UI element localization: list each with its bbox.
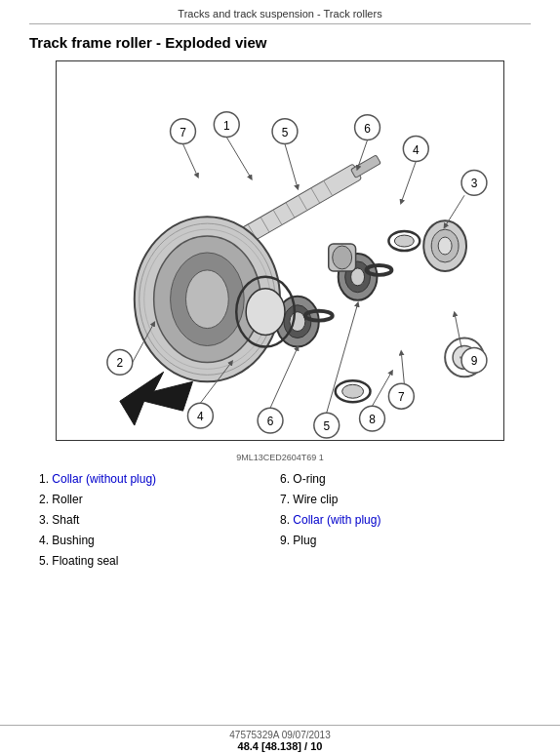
part-number: 7. [280, 493, 290, 506]
list-item: 6. O-ring [280, 470, 521, 488]
part-name: Bushing [52, 534, 94, 547]
svg-text:4: 4 [413, 143, 420, 157]
svg-text:2: 2 [117, 356, 124, 370]
list-item: 8. Collar (with plug) [280, 511, 521, 529]
part-number: 5. [39, 554, 49, 568]
part-name: Collar (with plug) [293, 513, 380, 527]
part-number: 9. [280, 534, 290, 547]
part-number: 4. [39, 534, 49, 547]
page-header: Tracks and track suspension - Track roll… [29, 0, 531, 24]
diagram-caption: 9ML13CED2604T69 1 [29, 453, 531, 462]
parts-right-column: 6. O-ring 7. Wire clip 8. Collar (with p… [280, 470, 521, 573]
part-number: 2. [39, 493, 49, 506]
part-name: Shaft [52, 513, 79, 527]
part-number: 1. [39, 472, 49, 486]
list-item: 7. Wire clip [280, 491, 521, 508]
svg-point-14 [185, 270, 228, 329]
part-number: 3. [39, 513, 49, 527]
part-name: Collar (without plug) [52, 472, 156, 486]
part-name: Floating seal [52, 554, 118, 568]
svg-text:6: 6 [267, 415, 274, 428]
svg-text:7: 7 [180, 126, 186, 139]
footer-page-number: 48.4 [48.138] / 10 [0, 740, 560, 752]
svg-point-33 [438, 237, 452, 255]
part-name: Wire clip [293, 493, 338, 506]
part-name: O-ring [293, 472, 325, 486]
list-item: 1. Collar (without plug) [39, 470, 280, 488]
svg-point-28 [333, 246, 352, 269]
header-title: Tracks and track suspension - Track roll… [178, 8, 381, 20]
part-number: 8. [280, 513, 290, 527]
svg-text:6: 6 [364, 122, 371, 136]
svg-text:4: 4 [197, 410, 204, 423]
parts-left-column: 1. Collar (without plug) 2. Roller 3. Sh… [39, 470, 280, 573]
part-name: Roller [52, 493, 82, 506]
svg-text:5: 5 [282, 126, 289, 139]
svg-text:3: 3 [471, 177, 478, 190]
exploded-view-svg: 7 1 5 6 4 3 2 4 6 [57, 61, 503, 440]
diagram-box: 7 1 5 6 4 3 2 4 6 [56, 60, 504, 441]
list-item: 3. Shaft [39, 511, 280, 529]
svg-text:7: 7 [398, 390, 405, 404]
svg-text:9: 9 [471, 354, 478, 368]
parts-list: 1. Collar (without plug) 2. Roller 3. Sh… [29, 470, 531, 573]
svg-point-26 [246, 289, 285, 336]
svg-point-39 [342, 384, 364, 398]
footer-doc-number: 47575329A 09/07/2013 [0, 730, 560, 740]
svg-text:5: 5 [323, 419, 330, 433]
list-item: 5. Floating seal [39, 552, 280, 570]
list-item: 9. Plug [280, 532, 521, 549]
section-title: Track frame roller - Exploded view [29, 34, 531, 51]
part-name: Plug [293, 534, 316, 547]
svg-text:1: 1 [223, 119, 230, 133]
page-footer: 47575329A 09/07/2013 48.4 [48.138] / 10 [0, 725, 560, 754]
svg-text:8: 8 [369, 413, 376, 426]
svg-point-30 [394, 235, 414, 247]
page-container: Tracks and track suspension - Track roll… [0, 0, 560, 754]
list-item: 4. Bushing [39, 532, 280, 549]
part-number: 6. [280, 472, 290, 486]
list-item: 2. Roller [39, 491, 280, 508]
